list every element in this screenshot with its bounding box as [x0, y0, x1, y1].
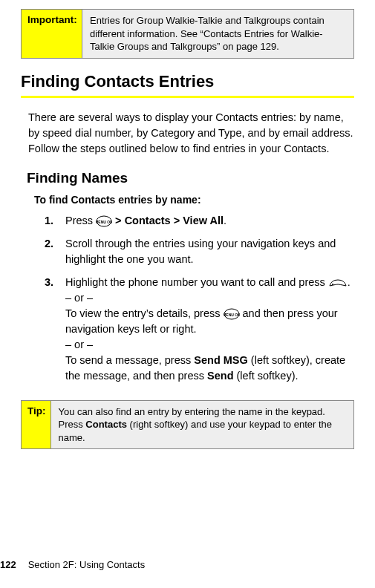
tip-label: Tip: [22, 401, 51, 449]
page-footer: 122 Section 2F: Using Contacts [0, 559, 145, 570]
step-list: 1. Press MENU OK > Contacts > View All. … [49, 213, 354, 384]
step-3-or2: – or – [65, 339, 93, 350]
step-1-text-f: . [224, 215, 226, 226]
step-2: 2. Scroll through the entries using your… [65, 236, 354, 267]
intro-paragraph: There are several ways to display your C… [28, 110, 354, 157]
step-1-text-c: Contacts [125, 215, 171, 226]
heading-rule [21, 96, 354, 98]
step-3-c1: To view the entry’s details, press [65, 307, 224, 319]
step-3-or1: – or – [65, 292, 93, 304]
page-heading: Finding Contacts Entries [21, 72, 354, 91]
step-2-number: 2. [45, 236, 53, 252]
step-1-text-e: View All [183, 215, 224, 226]
call-key-icon [328, 277, 348, 289]
subheading: Finding Names [27, 170, 354, 186]
svg-text:MENU OK: MENU OK [224, 313, 240, 317]
page: Important: Entries for Group Walkie-Talk… [0, 0, 375, 588]
svg-text:MENU OK: MENU OK [96, 220, 112, 224]
tip-body: You can also find an entry by entering t… [51, 401, 354, 449]
ok-key-icon: MENU OK [96, 215, 112, 227]
important-callout: Important: Entries for Group Walkie-Talk… [21, 9, 354, 59]
step-3-a: Highlight the phone number you want to c… [65, 276, 328, 288]
step-3-d3: (left softkey). [234, 370, 299, 382]
step-1-text-d: > [171, 215, 183, 226]
step-3-number: 3. [45, 275, 53, 290]
step-1-text-a: Press [65, 215, 96, 226]
footer-section: Section 2F: Using Contacts [28, 559, 146, 570]
svg-point-2 [332, 284, 333, 285]
tip-t1b: Contacts [85, 419, 127, 430]
step-3: 3. Highlight the phone number you want t… [65, 275, 354, 384]
step-1-number: 1. [45, 213, 53, 229]
ok-key-icon: MENU OK [224, 308, 240, 320]
important-label: Important: [22, 10, 82, 58]
step-1-text-b: > [112, 215, 125, 226]
step-3-d2b: Send [207, 370, 233, 382]
important-body: Entries for Group Walkie-Talkie and Talk… [82, 10, 353, 58]
step-3-d1b: Send MSG [194, 354, 248, 366]
page-number: 122 [0, 559, 25, 570]
step-3-b: . [348, 276, 350, 288]
lead-line: To find Contacts entries by name: [34, 194, 354, 206]
step-3-d1: To send a message, press [65, 354, 194, 366]
step-1: 1. Press MENU OK > Contacts > View All. [65, 213, 354, 229]
step-2-text: Scroll through the entries using your na… [65, 238, 336, 265]
tip-callout: Tip: You can also find an entry by enter… [21, 400, 354, 450]
